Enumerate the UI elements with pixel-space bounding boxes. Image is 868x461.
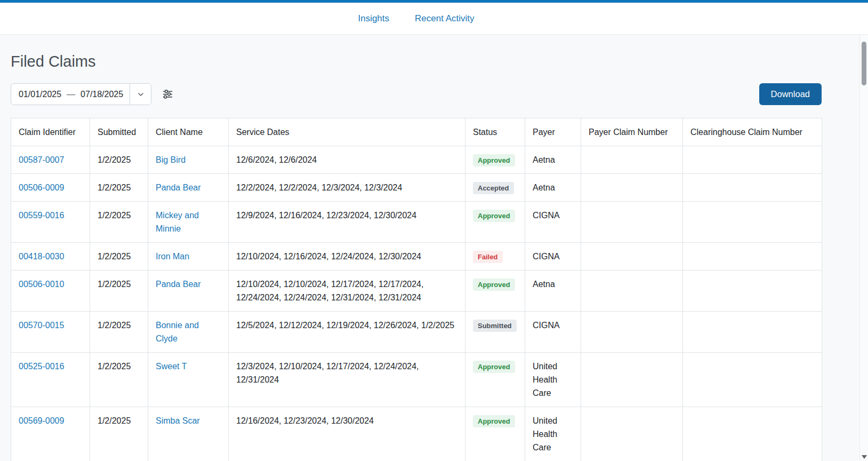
payer-text: CIGNA — [533, 252, 560, 261]
payer-claim-number-cell — [581, 202, 683, 243]
service-dates-text: 12/3/2024, 12/10/2024, 12/17/2024, 12/24… — [236, 362, 419, 384]
status-cell: Submitted — [465, 312, 525, 353]
table-row: 00506-0009 1/2/2025 Panda Bear 12/2/2024… — [11, 174, 822, 202]
payer-text: Aetna — [533, 155, 555, 164]
status-badge: Approved — [473, 415, 515, 427]
claim-id-cell: 00506-0010 — [11, 271, 90, 312]
column-header: Claim Identifier — [11, 118, 90, 146]
claim-id-link[interactable]: 00506-0010 — [19, 280, 64, 289]
status-badge: Approved — [473, 279, 515, 291]
submitted-text: 1/2/2025 — [98, 183, 131, 192]
service-dates-text: 12/9/2024, 12/16/2024, 12/23/2024, 12/30… — [236, 211, 416, 220]
column-header: Payer — [525, 118, 581, 146]
submitted-cell: 1/2/2025 — [90, 271, 148, 312]
payer-claim-number-cell — [581, 243, 683, 271]
claim-id-cell: 00570-0015 — [11, 312, 90, 353]
service-dates-cell: 12/9/2024, 12/16/2024, 12/23/2024, 12/30… — [229, 202, 465, 243]
filter-sliders-icon — [162, 89, 173, 100]
download-button[interactable]: Download — [759, 83, 822, 105]
claim-id-link[interactable]: 00525-0016 — [19, 362, 64, 371]
payer-cell: CIGNA — [525, 312, 581, 353]
scrollbar-thumb[interactable] — [862, 42, 866, 85]
table-row: 00525-0016 1/2/2025 Sweet T 12/3/2024, 1… — [11, 353, 822, 407]
claim-id-link[interactable]: 00559-0016 — [19, 211, 64, 220]
claim-id-link[interactable]: 00506-0009 — [19, 183, 64, 192]
submitted-text: 1/2/2025 — [98, 280, 131, 289]
claims-table-body: 00587-0007 1/2/2025 Big Bird 12/6/2024, … — [11, 146, 822, 461]
payer-text: CIGNA — [533, 321, 560, 330]
service-dates-cell: 12/3/2024, 12/10/2024, 12/17/2024, 12/24… — [229, 353, 465, 407]
submitted-text: 1/2/2025 — [98, 321, 131, 330]
submitted-cell: 1/2/2025 — [90, 146, 148, 174]
toolbar-left: 01/01/2025 — 07/18/2025 — [11, 83, 175, 105]
client-name-link[interactable]: Sweet T — [156, 362, 187, 371]
status-cell: Accepted — [465, 174, 525, 202]
client-name-link[interactable]: Panda Bear — [156, 183, 201, 192]
claim-id-link[interactable]: 00587-0007 — [19, 155, 64, 164]
payer-cell: CIGNA — [525, 202, 581, 243]
payer-cell: Aetna — [525, 271, 581, 312]
service-dates-text: 12/2/2024, 12/2/2024, 12/3/2024, 12/3/20… — [236, 183, 402, 192]
table-row: 00506-0010 1/2/2025 Panda Bear 12/10/202… — [11, 271, 822, 312]
clearinghouse-claim-number-cell — [683, 312, 822, 353]
main-content: Filed Claims 01/01/2025 — 07/18/2025 — [0, 52, 832, 461]
nav-link-insights[interactable]: Insights — [358, 13, 389, 24]
status-cell: Failed — [465, 243, 525, 271]
column-header: Payer Claim Number — [581, 118, 683, 146]
payer-claim-number-cell — [581, 353, 683, 407]
payer-claim-number-cell — [581, 312, 683, 353]
claim-id-cell: 00418-0030 — [11, 243, 90, 271]
service-dates-cell: 12/5/2024, 12/12/2024, 12/19/2024, 12/26… — [229, 312, 465, 353]
client-name-link[interactable]: Simba Scar — [156, 416, 200, 425]
scrollbar-down-arrow-icon[interactable] — [862, 455, 867, 459]
submitted-text: 1/2/2025 — [98, 252, 131, 261]
vertical-scrollbar[interactable] — [859, 35, 868, 461]
submitted-text: 1/2/2025 — [98, 211, 131, 220]
claim-id-link[interactable]: 00569-0009 — [19, 416, 64, 425]
client-name-link[interactable]: Mickey and Minnie — [156, 211, 199, 233]
status-badge: Approved — [473, 361, 515, 373]
submitted-cell: 1/2/2025 — [90, 202, 148, 243]
clearinghouse-claim-number-cell — [683, 353, 822, 407]
client-name-cell: Bonnie and Clyde — [148, 312, 229, 353]
filter-button[interactable] — [160, 86, 175, 102]
clearinghouse-claim-number-cell — [683, 146, 822, 174]
claim-id-cell: 00506-0009 — [11, 174, 90, 202]
client-name-link[interactable]: Big Bird — [156, 155, 186, 164]
service-dates-cell: 12/2/2024, 12/2/2024, 12/3/2024, 12/3/20… — [229, 174, 465, 202]
toolbar: 01/01/2025 — 07/18/2025 — [11, 83, 822, 105]
column-header: Service Dates — [229, 118, 465, 146]
client-name-link[interactable]: Panda Bear — [156, 280, 201, 289]
payer-text: Aetna — [533, 280, 555, 289]
claim-id-link[interactable]: 00570-0015 — [19, 321, 64, 330]
payer-text: Aetna — [533, 183, 555, 192]
clearinghouse-claim-number-cell — [683, 271, 822, 312]
service-dates-text: 12/10/2024, 12/16/2024, 12/24/2024, 12/3… — [236, 252, 421, 261]
submitted-cell: 1/2/2025 — [90, 407, 148, 461]
date-range-end[interactable]: 07/18/2025 — [77, 84, 130, 105]
table-row: 00587-0007 1/2/2025 Big Bird 12/6/2024, … — [11, 146, 822, 174]
table-header-row: Claim IdentifierSubmittedClient NameServ… — [11, 118, 822, 146]
client-name-cell: Panda Bear — [148, 174, 229, 202]
date-range-picker[interactable]: 01/01/2025 — 07/18/2025 — [11, 83, 151, 105]
navbar-links: Insights Recent Activity — [0, 3, 832, 34]
date-range-dropdown-button[interactable] — [130, 84, 151, 105]
service-dates-text: 12/16/2024, 12/23/2024, 12/30/2024 — [236, 416, 374, 425]
client-name-cell: Iron Man — [148, 243, 229, 271]
claim-id-link[interactable]: 00418-0030 — [19, 252, 64, 261]
clearinghouse-claim-number-cell — [683, 202, 822, 243]
page-title: Filed Claims — [11, 52, 822, 70]
client-name-link[interactable]: Bonnie and Clyde — [156, 321, 199, 343]
column-header: Submitted — [90, 118, 148, 146]
submitted-cell: 1/2/2025 — [90, 174, 148, 202]
table-row: 00418-0030 1/2/2025 Iron Man 12/10/2024,… — [11, 243, 822, 271]
client-name-link[interactable]: Iron Man — [156, 252, 189, 261]
client-name-cell: Sweet T — [148, 353, 229, 407]
status-badge: Approved — [473, 210, 515, 222]
payer-cell: United Health Care — [525, 353, 581, 407]
nav-link-recent-activity[interactable]: Recent Activity — [415, 13, 475, 24]
date-range-start[interactable]: 01/01/2025 — [11, 84, 65, 105]
submitted-cell: 1/2/2025 — [90, 243, 148, 271]
status-cell: Approved — [465, 202, 525, 243]
submitted-text: 1/2/2025 — [98, 416, 131, 425]
